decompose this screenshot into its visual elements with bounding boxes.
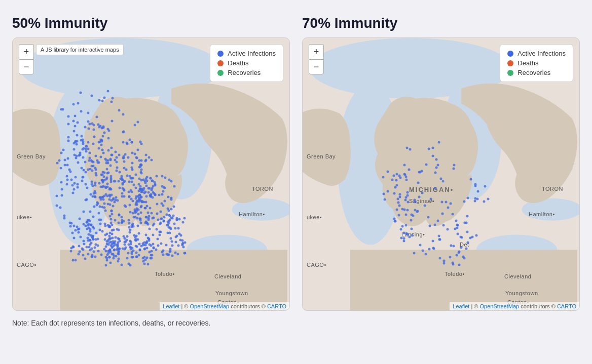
right-map-wrapper: Green Bay ukee• CAGO• Toledo• Cleveland … bbox=[302, 37, 580, 311]
left-zoom-in-button[interactable]: + bbox=[19, 44, 34, 59]
left-legend: Active Infections Deaths Recoveries bbox=[210, 44, 283, 82]
left-map-section: 50% Immunity bbox=[12, 15, 290, 311]
page-container: 50% Immunity bbox=[12, 15, 580, 327]
left-map-controls: + − bbox=[19, 44, 34, 74]
left-infections-label: Active Infections bbox=[228, 50, 276, 57]
left-leaflet-tooltip: A JS library for interactive maps bbox=[36, 44, 124, 55]
left-map-title: 50% Immunity bbox=[12, 15, 290, 31]
left-carto-link[interactable]: CARTO bbox=[267, 303, 286, 309]
left-recoveries-label: Recoveries bbox=[228, 69, 261, 76]
right-map-section: 70% Immunity bbox=[302, 15, 580, 311]
svg-rect-7 bbox=[60, 250, 287, 310]
right-recoveries-dot bbox=[507, 70, 513, 76]
map-note: Note: Each dot represents ten infections… bbox=[12, 319, 580, 327]
right-deaths-dot bbox=[507, 60, 513, 66]
left-legend-deaths: Deaths bbox=[217, 59, 276, 67]
left-attribution: Leaflet | © OpenStreetMap contributors ©… bbox=[160, 302, 289, 310]
maps-row: 50% Immunity bbox=[12, 15, 580, 311]
right-legend-infections: Active Infections bbox=[507, 50, 566, 57]
left-infections-dot bbox=[217, 51, 224, 57]
right-deaths-label: Deaths bbox=[517, 59, 538, 67]
left-deaths-dot bbox=[217, 60, 224, 66]
right-legend-recoveries: Recoveries bbox=[507, 69, 566, 76]
left-zoom-out-button[interactable]: − bbox=[19, 59, 34, 74]
right-infections-dot bbox=[507, 51, 513, 57]
left-leaflet-link[interactable]: Leaflet bbox=[163, 303, 179, 309]
right-osm-link[interactable]: OpenStreetMap bbox=[479, 303, 519, 309]
right-legend: Active Infections Deaths Recoveries bbox=[500, 44, 573, 82]
right-recoveries-label: Recoveries bbox=[517, 69, 550, 76]
right-map-title: 70% Immunity bbox=[302, 15, 580, 31]
right-map-controls: + − bbox=[309, 44, 324, 74]
left-legend-recoveries: Recoveries bbox=[217, 69, 276, 76]
right-attribution: Leaflet | © OpenStreetMap contributors ©… bbox=[450, 302, 579, 310]
left-map-wrapper: Green Bay ukee• CAGO• Toledo• Cleveland … bbox=[12, 37, 290, 311]
right-carto-link[interactable]: CARTO bbox=[557, 303, 576, 309]
right-zoom-out-button[interactable]: − bbox=[309, 59, 324, 74]
left-deaths-label: Deaths bbox=[228, 59, 248, 67]
right-leaflet-link[interactable]: Leaflet bbox=[453, 303, 469, 309]
right-legend-deaths: Deaths bbox=[507, 59, 566, 67]
left-recoveries-dot bbox=[217, 70, 224, 76]
left-legend-infections: Active Infections bbox=[217, 50, 276, 57]
right-infections-label: Active Infections bbox=[517, 50, 566, 57]
left-osm-link[interactable]: OpenStreetMap bbox=[190, 303, 229, 309]
right-zoom-in-button[interactable]: + bbox=[309, 44, 324, 59]
svg-rect-15 bbox=[350, 250, 577, 310]
